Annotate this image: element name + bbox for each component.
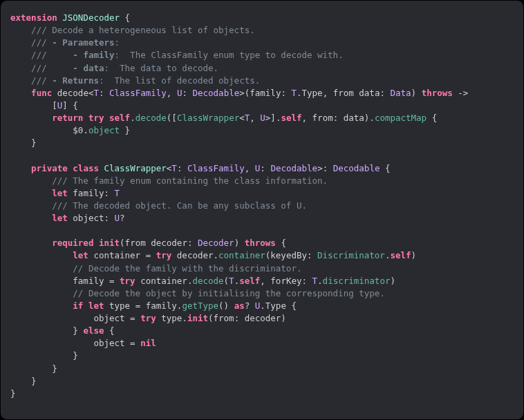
gen-T: T	[229, 276, 234, 286]
p: ->	[453, 88, 469, 98]
var-container: container =	[88, 250, 156, 260]
brace: }	[31, 137, 37, 148]
p: >].	[265, 113, 281, 123]
type-cf: ClassFamily	[187, 163, 245, 173]
kw-func: func	[31, 88, 52, 98]
p: (from decoder:	[120, 238, 198, 248]
doc: : The data to decode.	[104, 63, 218, 73]
kw-if: if	[73, 300, 83, 311]
brace: }	[73, 350, 78, 361]
p: :	[260, 163, 270, 173]
p: .	[130, 113, 135, 123]
doc: - family	[73, 50, 114, 60]
p: ,	[250, 113, 260, 123]
kw-let: let	[73, 250, 88, 260]
p: .Type, from data:	[297, 88, 390, 98]
kw-class: class	[73, 163, 99, 173]
p: .	[317, 276, 323, 286]
id: object =	[93, 313, 140, 323]
type-data: Data	[390, 88, 411, 98]
gen-T: T	[171, 163, 177, 173]
comment: // Decode the object by initialising the…	[73, 288, 385, 298]
brace: }	[31, 376, 37, 386]
fn-decode: decode	[57, 88, 88, 98]
kw-self: self	[109, 113, 130, 123]
kw-self: self	[390, 250, 411, 260]
fn-decode: decode	[135, 113, 167, 123]
doc: - Parameters	[52, 37, 114, 48]
p: .Type {	[260, 300, 297, 311]
id: family =	[73, 276, 120, 286]
type-dec: Decodable	[333, 163, 380, 173]
brace: }	[10, 388, 16, 399]
kw-try: try	[140, 313, 156, 323]
p: {	[276, 238, 286, 248]
p: }	[73, 325, 83, 336]
kw-private: private	[31, 163, 68, 173]
type-cw: ClassWrapper	[104, 163, 167, 173]
p: .	[83, 125, 88, 135]
p: (from: decoder)	[208, 313, 286, 323]
p: (keyedBy:	[265, 250, 317, 260]
brace: }	[52, 363, 57, 374]
prop-disc: discriminator	[323, 276, 391, 286]
kw-init: init	[187, 313, 208, 323]
gen-T: T	[115, 188, 120, 198]
kw-let: let	[88, 300, 104, 311]
kw-try: try	[120, 276, 135, 286]
kw-as: as	[234, 300, 245, 311]
kw-init: init	[99, 238, 120, 248]
id: type = family.	[104, 300, 182, 311]
code-window: extension JSONDecoder { /// Decode a het…	[0, 0, 524, 420]
kw-let: let	[52, 213, 68, 223]
p: }	[120, 125, 130, 135]
p: {	[104, 325, 114, 336]
type-jsondecoder: JSONDecoder	[62, 12, 120, 23]
doc: /// The family enum containing the class…	[52, 175, 328, 186]
p: (	[224, 276, 230, 286]
p: >:	[317, 163, 333, 173]
fn-decode: decode	[192, 276, 223, 286]
doc: /// The decoded object. Can be any subcl…	[52, 200, 307, 211]
doc: ///	[31, 75, 47, 86]
p: ,	[245, 163, 255, 173]
doc: :	[115, 37, 120, 48]
p: [	[52, 100, 57, 111]
p: ,	[167, 88, 177, 98]
type-dec: Decodable	[192, 88, 239, 98]
type-cw: ClassWrapper	[177, 113, 239, 123]
gen-U: U	[260, 113, 265, 123]
p: ([	[167, 113, 177, 123]
fn-gettype: getType	[182, 300, 218, 311]
p: )	[234, 238, 245, 248]
fn-container: container	[218, 250, 265, 260]
p: :	[182, 88, 192, 98]
type-decoder: Decoder	[198, 238, 234, 248]
doc: - Returns	[52, 75, 99, 86]
type-dec: Decodable	[270, 163, 317, 173]
p: :	[99, 88, 109, 98]
kw-try: try	[156, 250, 172, 260]
gen-T: T	[291, 88, 297, 98]
type-disc: Discriminator	[317, 250, 385, 260]
id: object =	[93, 338, 140, 348]
p: , forKey:	[260, 276, 312, 286]
p: , from: data).	[302, 113, 375, 123]
doc: ///	[31, 50, 47, 60]
p: {	[427, 113, 437, 123]
id: decoder.	[171, 250, 218, 260]
p: ()	[218, 300, 234, 311]
p: )	[411, 250, 417, 260]
prop-family: family:	[73, 188, 114, 198]
kw-extension: extension	[10, 12, 57, 23]
kw-required: required	[52, 238, 93, 248]
brace: {	[125, 12, 131, 23]
p: :	[177, 163, 187, 173]
p: ?	[245, 300, 255, 311]
p: )	[390, 276, 395, 286]
prop-object: object:	[73, 213, 114, 223]
prop-object: object	[88, 125, 120, 135]
p: ] {	[62, 100, 78, 111]
closure-arg: $0	[73, 125, 83, 135]
id: type.	[156, 313, 187, 323]
